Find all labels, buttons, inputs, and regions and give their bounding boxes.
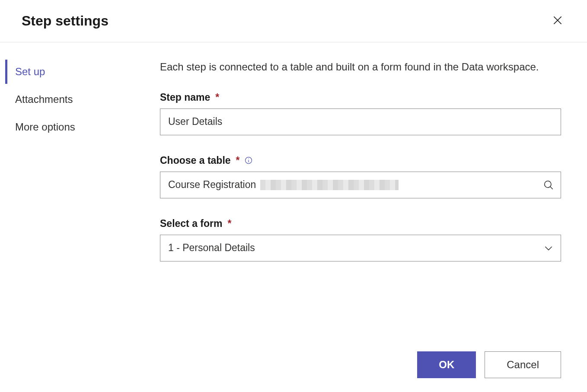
choose-table-label: Choose a table* [160, 155, 561, 166]
field-step-name: Step name* [160, 92, 561, 135]
required-indicator: * [227, 218, 231, 229]
select-form-dropdown[interactable]: 1 - Personal Details [160, 235, 561, 261]
dialog-header: Step settings [0, 0, 587, 42]
step-name-input[interactable] [160, 108, 561, 135]
label-text: Step name [160, 92, 210, 103]
field-choose-table: Choose a table* Course Registration [160, 155, 561, 198]
close-button[interactable] [550, 13, 565, 29]
chevron-down-icon [543, 242, 554, 254]
sidebar-nav: Set up Attachments More options [0, 42, 156, 387]
sidebar-item-label: More options [15, 121, 75, 133]
svg-point-5 [545, 181, 551, 187]
dialog-footer: OK Cancel [417, 351, 561, 378]
choose-table-lookup[interactable]: Course Registration [160, 172, 561, 198]
select-form-input[interactable]: 1 - Personal Details [160, 235, 561, 261]
required-indicator: * [215, 92, 219, 103]
step-name-label: Step name* [160, 92, 561, 103]
svg-line-6 [550, 186, 553, 189]
close-icon [552, 15, 563, 27]
label-text: Choose a table [160, 155, 231, 166]
required-indicator: * [236, 155, 240, 166]
field-select-form: Select a form* 1 - Personal Details [160, 218, 561, 261]
select-form-label: Select a form* [160, 218, 561, 229]
choose-table-value: Course Registration [168, 179, 399, 191]
search-icon[interactable] [543, 179, 554, 191]
table-name-text: Course Registration [168, 179, 256, 191]
panel-description: Each step is connected to a table and bu… [160, 60, 549, 74]
sidebar-item-more-options[interactable]: More options [5, 115, 156, 139]
sidebar-item-attachments[interactable]: Attachments [5, 87, 156, 112]
choose-table-input[interactable]: Course Registration [160, 172, 561, 198]
dialog-body: Set up Attachments More options Each ste… [0, 42, 587, 387]
ok-button[interactable]: OK [417, 351, 476, 378]
redacted-text [260, 180, 399, 190]
select-form-value: 1 - Personal Details [168, 242, 255, 254]
info-icon[interactable] [244, 156, 253, 165]
dialog-title: Step settings [22, 13, 108, 29]
cancel-button[interactable]: Cancel [485, 351, 561, 378]
main-panel: Each step is connected to a table and bu… [156, 42, 587, 387]
sidebar-item-label: Attachments [15, 93, 73, 105]
sidebar-item-label: Set up [15, 66, 45, 77]
label-text: Select a form [160, 218, 222, 229]
svg-point-4 [248, 159, 249, 159]
sidebar-item-setup[interactable]: Set up [5, 60, 156, 84]
